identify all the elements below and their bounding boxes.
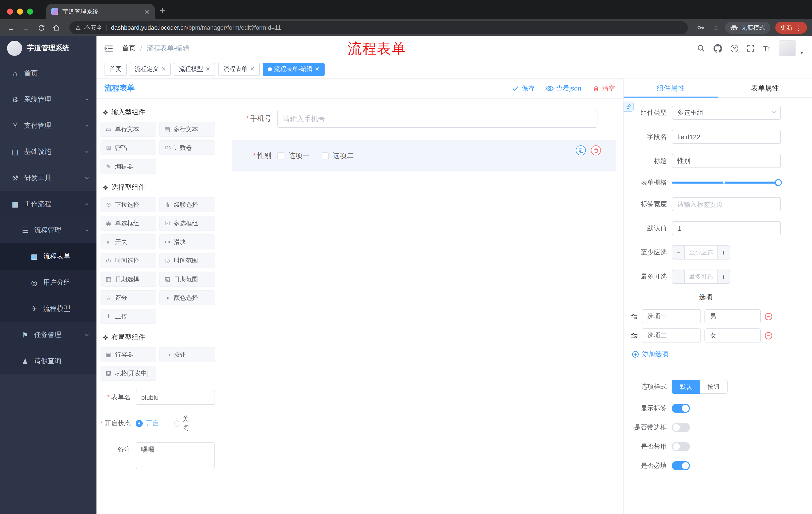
slider-handle[interactable] [775,179,782,186]
palette-item-multi-line-text[interactable]: ▤多行文本 [159,122,215,137]
add-option-button[interactable]: 添加选项 [632,350,781,359]
tag-process-model[interactable]: 流程模型 ✕ [174,63,215,76]
sidebar-item-workflow[interactable]: ▦ 工作流程 [0,191,96,217]
link-icon[interactable] [624,102,634,112]
grid-slider[interactable] [672,182,781,184]
max-select-value[interactable]: 最多可选 [685,270,717,283]
option-label-input[interactable] [642,328,701,343]
show-label-switch[interactable] [672,404,690,413]
forward-icon[interactable]: → [20,22,32,34]
checkbox-option-2[interactable]: 选项二 [322,152,354,160]
sidebar-item-infrastructure[interactable]: ▤ 基础设施 [0,139,96,165]
password-key-icon[interactable] [695,22,707,34]
palette-item-table-dev[interactable]: ▩表格[开发中] [100,366,156,381]
palette-item-checkbox-group[interactable]: ☑多选框组 [159,216,215,231]
palette-item-button[interactable]: ▭按钮 [159,347,215,362]
help-icon[interactable]: ? [731,45,738,52]
new-tab-button[interactable]: + [155,5,171,19]
clear-button[interactable]: 清空 [592,84,615,93]
border-switch[interactable] [672,423,690,432]
tag-close-icon[interactable]: ✕ [250,66,255,73]
user-avatar[interactable] [779,40,796,56]
back-icon[interactable]: ← [5,22,17,34]
palette-item-editor[interactable]: ✎编辑器 [100,159,156,174]
github-icon[interactable] [714,44,722,53]
home-icon[interactable] [50,22,62,34]
palette-item-dropdown-select[interactable]: ⊙下拉选择 [100,197,156,212]
sidebar-item-home[interactable]: ⌂ 首页 [0,60,96,86]
sidebar-item-leave-query[interactable]: ♟ 请假查询 [0,348,96,374]
decrease-button[interactable]: − [672,246,685,259]
sidebar-item-process-manage[interactable]: ☰ 流程管理 [0,217,96,243]
tag-process-form-edit[interactable]: 流程表单-编辑 ✕ [263,63,324,76]
palette-item-single-line-text[interactable]: ▭单行文本 [100,122,156,137]
field-name-input[interactable] [672,130,781,144]
form-name-input[interactable] [136,390,215,405]
bookmark-star-icon[interactable]: ☆ [710,22,722,34]
browser-update-button[interactable]: 更新 ⋮ [775,22,807,34]
palette-item-color-picker[interactable]: ◑颜色选择 [159,290,215,305]
delete-widget-button[interactable] [591,145,601,155]
palette-item-upload[interactable]: ↥上传 [100,309,156,324]
option-value-input[interactable] [704,328,761,343]
palette-item-password[interactable]: ⊠密码 [100,140,156,155]
style-default-button[interactable]: 默认 [672,380,700,394]
sidebar-item-payment[interactable]: ¥ 支付管理 [0,113,96,139]
tag-close-icon[interactable]: ✕ [205,66,210,73]
phone-input[interactable] [278,110,598,128]
tag-process-definition[interactable]: 流程定义 ✕ [129,63,171,76]
close-window-button[interactable] [7,8,13,15]
disabled-switch[interactable] [672,442,690,451]
maximize-window-button[interactable] [27,8,33,15]
search-icon[interactable] [697,44,705,52]
form-remark-textarea[interactable]: 嘿嘿 [136,442,214,469]
remove-option-button[interactable] [764,312,773,321]
palette-item-date-picker[interactable]: ▦日期选择 [100,272,156,287]
radio-closed[interactable]: 关闭 [174,414,191,433]
browser-tab[interactable]: 芋道管理系统 ✕ [46,4,155,19]
drag-handle-icon[interactable] [631,332,638,339]
sidebar-item-user-group[interactable]: ◎ 用户分组 [0,270,96,296]
sidebar-item-devtools[interactable]: ⚒ 研发工具 [0,165,96,191]
min-select-value[interactable]: 至少应选 [685,246,717,259]
tab-component-props[interactable]: 组件属性 [624,78,718,97]
required-switch[interactable] [672,461,690,470]
sidebar-item-task-manage[interactable]: ⚑ 任务管理 [0,322,96,348]
palette-item-counter[interactable]: 123计数器 [159,140,215,155]
drag-handle-icon[interactable] [631,313,638,320]
palette-item-time-range[interactable]: ◶时间范围 [159,253,215,268]
option-label-input[interactable] [642,309,701,323]
component-type-select[interactable] [672,106,781,120]
tag-home[interactable]: 首页 [105,63,127,76]
increase-button[interactable]: + [717,270,730,283]
remove-option-button[interactable] [764,331,773,340]
address-bar[interactable]: ⚠ 不安全 | dashboard.yudao.iocoder.cn/bpm/m… [69,21,688,34]
palette-item-slider[interactable]: ⊷滑块 [159,234,215,249]
label-width-input[interactable] [672,197,781,211]
sidebar-item-process-form[interactable]: ▥ 流程表单 [0,243,96,270]
copy-widget-button[interactable] [576,145,586,155]
title-input[interactable] [672,154,781,168]
option-value-input[interactable] [704,309,761,323]
browser-menu-kebab-icon[interactable]: ⋮ [795,24,802,31]
avatar-caret-icon[interactable]: ▼ [800,50,804,56]
palette-item-row-container[interactable]: ▣行容器 [100,347,156,362]
tab-form-props[interactable]: 表单属性 [718,78,812,97]
tag-close-icon[interactable]: ✕ [315,66,319,73]
radio-open[interactable]: 开启 [136,419,165,428]
checkbox-option-1[interactable]: 选项一 [278,152,310,160]
tab-close-icon[interactable]: ✕ [144,8,150,15]
tag-process-form[interactable]: 流程表单 ✕ [218,63,260,76]
increase-button[interactable]: + [717,246,730,259]
tag-close-icon[interactable]: ✕ [161,66,166,73]
palette-item-time-picker[interactable]: ◷时间选择 [100,253,156,268]
collapse-menu-icon[interactable] [105,45,113,52]
fullscreen-icon[interactable] [747,44,755,52]
palette-item-radio-group[interactable]: ◉单选框组 [100,216,156,231]
font-size-icon[interactable]: TT [763,44,770,52]
sidebar-item-process-model[interactable]: ✈ 流程模型 [0,296,96,322]
decrease-button[interactable]: − [672,270,685,283]
gender-widget-selected[interactable]: *性别 选项一 选项二 [232,140,616,171]
view-json-button[interactable]: 查看json [546,84,581,93]
reload-icon[interactable] [35,22,47,34]
